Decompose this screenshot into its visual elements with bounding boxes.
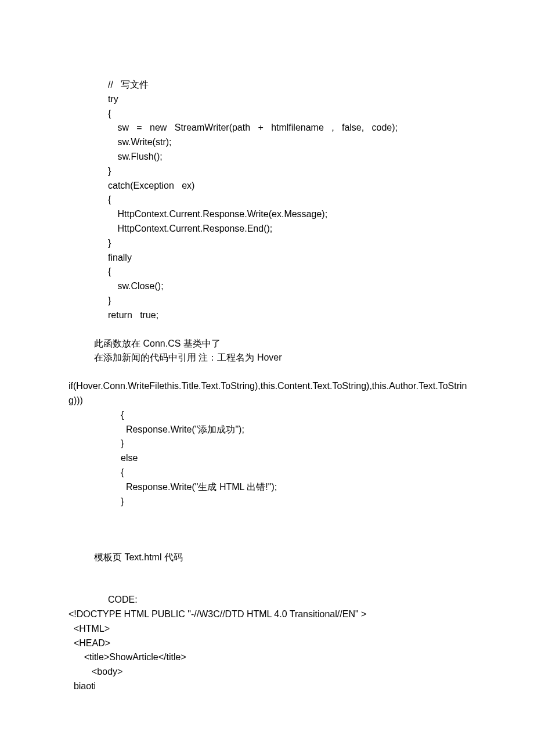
line-20: 在添加新闻的代码中引用 注：工程名为 Hover [68, 351, 476, 365]
line-1: // 写文件 [68, 78, 476, 92]
line-38: <title>ShowArticle</title> [68, 650, 476, 665]
line-29: } [68, 495, 476, 509]
line-10: HttpContext.Current.Response.Write(ex.Me… [68, 207, 476, 222]
line-34: CODE: [68, 593, 476, 607]
document-content: // 写文件try{ sw = new StreamWriter(path + … [68, 64, 476, 694]
line-17: return true; [68, 308, 476, 323]
line-12: } [68, 236, 476, 251]
document-page: // 写文件try{ sw = new StreamWriter(path + … [0, 0, 534, 729]
line-9: { [68, 193, 476, 207]
line-32: 模板页 Text.html 代码 [68, 550, 476, 565]
line-23: { [68, 408, 476, 423]
line-40: biaoti [68, 679, 476, 694]
line-22: if(Hover.Conn.WriteFilethis.Title.Text.T… [68, 379, 476, 408]
line-3: { [68, 107, 476, 121]
line-11: HttpContext.Current.Response.End(); [68, 222, 476, 236]
line-39: <body> [68, 665, 476, 679]
line-25: } [68, 437, 476, 451]
line-24: Response.Write("添加成功"); [68, 423, 476, 437]
line-30 [68, 509, 476, 537]
line-15: sw.Close(); [68, 279, 476, 294]
line-31 [68, 537, 476, 550]
line-37: <HEAD> [68, 636, 476, 651]
line-7: } [68, 164, 476, 179]
line-28: Response.Write("生成 HTML 出错!"); [68, 480, 476, 495]
line-13: finally [68, 251, 476, 265]
line-33 [68, 565, 476, 593]
line-35: <!DOCTYPE HTML PUBLIC "-//W3C//DTD HTML … [68, 607, 476, 622]
line-2: try [68, 92, 476, 107]
line-18 [68, 323, 476, 337]
line-36: <HTML> [68, 622, 476, 636]
line-26: else [68, 451, 476, 466]
line-0 [68, 64, 476, 78]
line-21 [68, 365, 476, 379]
line-27: { [68, 466, 476, 480]
line-16: } [68, 294, 476, 308]
line-19: 此函数放在 Conn.CS 基类中了 [68, 337, 476, 351]
line-5: sw.Write(str); [68, 135, 476, 150]
line-14: { [68, 265, 476, 279]
line-4: sw = new StreamWriter(path + htmlfilenam… [68, 121, 476, 135]
line-6: sw.Flush(); [68, 150, 476, 164]
line-8: catch(Exception ex) [68, 179, 476, 193]
